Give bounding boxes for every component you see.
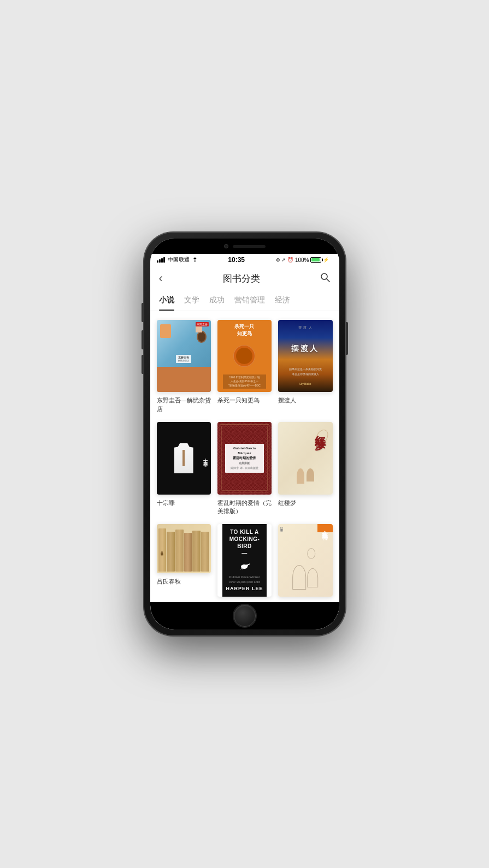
status-left: 中国联通 ⇡ bbox=[157, 256, 197, 264]
phone-screen: 中国联通 ⇡ 10:35 ⊕ ↗ ⏰ 100% ⚡ ‹ 图书分类 bbox=[150, 239, 339, 629]
tab-yingxiao[interactable]: 营销管理 bbox=[234, 291, 265, 311]
phone-bottom-bar bbox=[150, 602, 339, 629]
app-header: ‹ 图书分类 bbox=[150, 266, 339, 291]
battery-icon-container bbox=[310, 257, 321, 263]
bird-icon bbox=[238, 561, 251, 571]
list-item[interactable]: 十宗罪 十宗罪 bbox=[157, 422, 211, 515]
carrier-text: 中国联通 bbox=[168, 256, 190, 264]
phone-device: 中国联通 ⇡ 10:35 ⊕ ↗ ⏰ 100% ⚡ ‹ 图书分类 bbox=[144, 232, 346, 636]
status-right: ⊕ ↗ ⏰ 100% ⚡ bbox=[276, 257, 329, 263]
book-title-1: 东野圭吾—解忧杂货店 bbox=[157, 396, 211, 413]
list-item[interactable]: TO KILL AMOCKING-BIRD— bbox=[217, 524, 272, 602]
book-title-4: 十宗罪 bbox=[157, 499, 211, 507]
tab-chenggong[interactable]: 成功 bbox=[209, 291, 225, 311]
tkam-title: TO KILL AMOCKING-BIRD— bbox=[229, 528, 260, 557]
book-cover-1: 东野圭吾 解忧杂货店 东野圭吾 bbox=[157, 320, 211, 392]
battery-icon bbox=[310, 257, 321, 263]
app-content[interactable]: ‹ 图书分类 小说 文学 成功 营销管理 经济 bbox=[150, 266, 339, 602]
camera-dot bbox=[224, 244, 228, 248]
cover3-layout: 摆 渡 人 摆渡人 如果命运是一条孤独的河流谁会是你灵魂的摆渡人 Lily Bl… bbox=[278, 320, 332, 392]
book-title-5: 霍乱时期的爱情（完美排版） bbox=[217, 499, 272, 516]
book-cover-3: 摆 渡 人 摆渡人 如果命运是一条孤独的河流谁会是你灵魂的摆渡人 Lily Bl… bbox=[278, 320, 332, 392]
list-item[interactable]: 东野圭吾 解忧杂货店 东野圭吾 东野圭吾—解忧杂货店 bbox=[157, 320, 211, 413]
book-title-2: 杀死一只知更鸟 bbox=[217, 396, 272, 405]
book-title-3: 摆渡人 bbox=[278, 396, 332, 405]
tab-xiaoshuo[interactable]: 小说 bbox=[159, 291, 174, 311]
book-cover-4: 十宗罪 bbox=[157, 422, 211, 494]
list-item[interactable]: 金瓶梅 【全本珍藏】 金瓶梅 bbox=[278, 524, 332, 602]
back-button[interactable]: ‹ bbox=[159, 271, 163, 286]
list-item[interactable]: 摆 渡 人 摆渡人 如果命运是一条孤独的河流谁会是你灵魂的摆渡人 Lily Bl… bbox=[278, 320, 332, 413]
book-cover-2: 杀死一只知更鸟 1961年普利策奖获奖小说人生必读的33本书之一"影响最深远的书… bbox=[217, 320, 272, 392]
tkam-author-text: Pulitzer Prize Winner over 30,000,000 so… bbox=[226, 575, 263, 592]
book-title-6: 红楼梦 bbox=[278, 499, 332, 507]
book-cover-6: 红楼梦 bbox=[278, 422, 332, 494]
book-grid: 东野圭吾 解忧杂货店 东野圭吾 东野圭吾—解忧杂货店 杀死一只知更鸟 bbox=[150, 311, 339, 602]
speaker-bar bbox=[233, 245, 266, 248]
category-tabs: 小说 文学 成功 营销管理 经济 bbox=[150, 291, 339, 311]
signal-bar-3 bbox=[161, 258, 163, 263]
book-cover-9: 金瓶梅 【全本珍藏】 bbox=[278, 524, 332, 596]
list-item[interactable]: 红楼梦 红楼梦 bbox=[278, 422, 332, 515]
tab-wenxue[interactable]: 文学 bbox=[184, 291, 199, 311]
list-item[interactable]: Gabriel García Márquez霍乱时期的爱情完美排版陈泽宇 译 ·… bbox=[217, 422, 272, 515]
phone-top-bar bbox=[150, 239, 339, 254]
battery-fill bbox=[311, 258, 319, 261]
tkam-cover: TO KILL AMOCKING-BIRD— bbox=[222, 524, 266, 596]
signal-bar-4 bbox=[163, 257, 165, 263]
list-item[interactable]: 吕氏春秋 吕氏春秋 bbox=[157, 524, 211, 602]
signal-bar-1 bbox=[157, 260, 158, 263]
book-cover-5: Gabriel García Márquez霍乱时期的爱情完美排版陈泽宇 译 ·… bbox=[217, 422, 272, 494]
tab-jingji[interactable]: 经济 bbox=[275, 291, 290, 311]
signal-bars bbox=[157, 257, 165, 263]
status-time: 10:35 bbox=[228, 256, 245, 264]
book-cover-8: TO KILL AMOCKING-BIRD— bbox=[217, 524, 272, 596]
status-bar: 中国联通 ⇡ 10:35 ⊕ ↗ ⏰ 100% ⚡ bbox=[150, 254, 339, 266]
list-item[interactable]: 杀死一只知更鸟 1961年普利策奖获奖小说人生必读的33本书之一"影响最深远的书… bbox=[217, 320, 272, 413]
svg-point-0 bbox=[321, 274, 327, 280]
book-title-7: 吕氏春秋 bbox=[157, 578, 211, 586]
battery-percent: 100% bbox=[295, 257, 309, 263]
page-title: 图书分类 bbox=[223, 272, 260, 285]
signal-bar-2 bbox=[159, 259, 161, 263]
status-icons: ⊕ ↗ ⏰ bbox=[276, 257, 293, 263]
search-button[interactable] bbox=[320, 272, 330, 285]
book-cover-7: 吕氏春秋 bbox=[157, 524, 211, 573]
svg-line-1 bbox=[327, 279, 329, 282]
lightning-icon: ⚡ bbox=[323, 257, 329, 263]
home-button[interactable] bbox=[234, 605, 256, 627]
wifi-icon: ⇡ bbox=[192, 257, 197, 264]
